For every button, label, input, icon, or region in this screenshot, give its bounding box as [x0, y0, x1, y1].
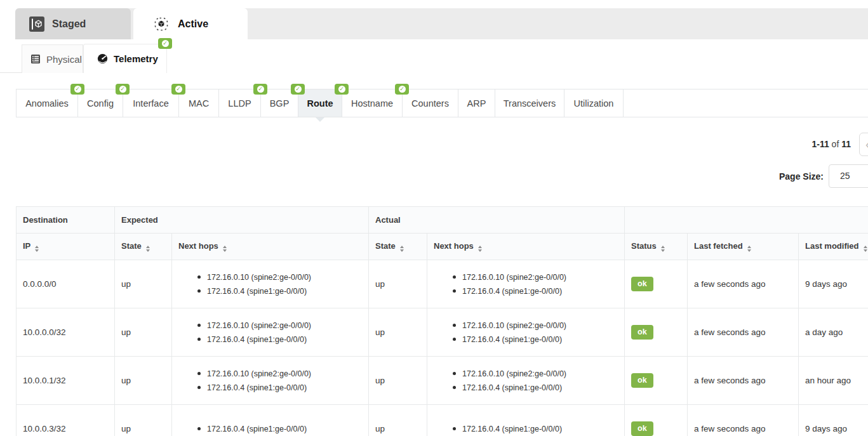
next-hop-list: 172.16.0.10 (spine2:ge-0/0/0) 172.16.0.4…	[434, 319, 624, 347]
cell-actual-next-hops: 172.16.0.4 (spine1:ge-0/0/0)	[427, 405, 625, 436]
column-header-row: IP State Next hops State Next hops Statu…	[17, 234, 868, 260]
sort-icon[interactable]	[864, 246, 867, 252]
sort-icon[interactable]	[661, 246, 665, 252]
tab-telemetry-label: Telemetry	[114, 53, 158, 64]
cell-actual-next-hops: 172.16.0.10 (spine2:ge-0/0/0) 172.16.0.4…	[427, 260, 625, 308]
pagination-range: 1-11 of 11	[698, 139, 851, 149]
next-hop-item: 172.16.0.10 (spine2:ge-0/0/0)	[197, 367, 368, 381]
subtab-label: Utilization	[574, 98, 614, 109]
next-hop-list: 172.16.0.10 (spine2:ge-0/0/0) 172.16.0.4…	[178, 270, 368, 298]
subtab-interface[interactable]: Interface ✓	[123, 89, 179, 117]
next-hop-item: 172.16.0.4 (spine1:ge-0/0/0)	[197, 284, 368, 298]
cell-status: ok	[625, 308, 688, 357]
group-empty	[625, 207, 868, 234]
col-status[interactable]: Status	[625, 234, 688, 260]
tab-physical-label: Physical	[46, 54, 82, 65]
subtab-lldp[interactable]: LLDP ✓	[219, 89, 261, 117]
list-icon	[30, 54, 41, 64]
next-hop-list: 172.16.0.10 (spine2:ge-0/0/0) 172.16.0.4…	[178, 367, 368, 395]
subtab-hostname[interactable]: Hostname ✓	[342, 89, 403, 117]
subtab-counters[interactable]: Counters	[403, 89, 458, 117]
selected-subtab-notch	[316, 117, 324, 122]
cell-status: ok	[625, 357, 688, 405]
sort-icon[interactable]	[35, 246, 39, 252]
check-icon: ✓	[395, 84, 409, 95]
subtab-utilization[interactable]: Utilization	[564, 89, 624, 117]
check-icon: ✓	[253, 84, 267, 95]
tab-active[interactable]: Active	[133, 8, 248, 39]
group-expected: Expected	[115, 207, 369, 234]
sort-icon[interactable]	[400, 246, 404, 252]
cell-last-modified: an hour ago	[799, 357, 868, 405]
subtab-anomalies[interactable]: Anomalies ✓	[17, 89, 78, 117]
page-size-select[interactable]: 25	[829, 164, 868, 188]
cell-expected-state: up	[115, 260, 172, 308]
next-hop-item: 172.16.0.4 (spine1:ge-0/0/0)	[453, 381, 624, 395]
sort-icon[interactable]	[146, 246, 150, 252]
col-expected-state[interactable]: State	[115, 234, 172, 260]
cell-last-fetched: a few seconds ago	[688, 308, 799, 357]
range-total: 11	[841, 139, 851, 149]
subtab-transceivers[interactable]: Transceivers	[495, 89, 564, 117]
cell-last-modified: 9 days ago	[799, 260, 868, 308]
sort-icon[interactable]	[223, 246, 227, 252]
next-hop-item: 172.16.0.4 (spine1:ge-0/0/0)	[197, 333, 368, 347]
status-badge: ok	[631, 373, 653, 388]
next-hop-item: 172.16.0.10 (spine2:ge-0/0/0)	[453, 270, 624, 284]
subtab-label: Interface	[133, 98, 168, 109]
col-expected-next-hops[interactable]: Next hops	[172, 234, 369, 260]
next-hop-item: 172.16.0.4 (spine1:ge-0/0/0)	[197, 381, 368, 395]
col-actual-next-hops[interactable]: Next hops	[427, 234, 625, 260]
cell-actual-state: up	[369, 308, 427, 357]
sort-icon[interactable]	[747, 246, 751, 252]
subtab-config[interactable]: Config ✓	[78, 89, 123, 117]
next-hop-item: 172.16.0.4 (spine1:ge-0/0/0)	[453, 284, 624, 298]
cell-actual-next-hops: 172.16.0.10 (spine2:ge-0/0/0) 172.16.0.4…	[427, 308, 625, 357]
check-icon: ✓	[171, 84, 185, 95]
cell-expected-state: up	[115, 405, 172, 436]
check-icon: ✓	[291, 84, 305, 95]
tab-active-label: Active	[178, 18, 208, 30]
cell-last-modified: a day ago	[799, 308, 868, 357]
group-actual: Actual	[369, 207, 625, 234]
next-hop-list: 172.16.0.4 (spine1:ge-0/0/0)	[434, 422, 624, 436]
status-badge: ok	[631, 421, 653, 436]
next-hop-list: 172.16.0.10 (spine2:ge-0/0/0) 172.16.0.4…	[434, 367, 624, 395]
subtab-label: ARP	[467, 98, 486, 109]
cell-expected-next-hops: 172.16.0.10 (spine2:ge-0/0/0) 172.16.0.4…	[172, 308, 369, 357]
tab-physical[interactable]: Physical	[22, 44, 83, 73]
table-row: 0.0.0.0/0 up 172.16.0.10 (spine2:ge-0/0/…	[17, 260, 868, 308]
cell-last-fetched: a few seconds ago	[688, 260, 799, 308]
staged-cube-icon	[29, 17, 44, 32]
subtab-label: Config	[87, 98, 114, 109]
subtab-label: BGP	[270, 98, 290, 109]
subtab-route[interactable]: Route ✓	[298, 89, 342, 117]
subtab-arp[interactable]: ARP	[458, 89, 495, 117]
check-icon: ✓	[116, 84, 130, 95]
cell-ip: 10.0.0.3/32	[17, 405, 115, 436]
cell-actual-state: up	[369, 405, 427, 436]
subtab-mac[interactable]: MAC	[179, 89, 219, 117]
col-last-modified[interactable]: Last modified	[799, 234, 868, 260]
cell-last-fetched: a few seconds ago	[688, 357, 799, 405]
next-hop-item: 172.16.0.10 (spine2:ge-0/0/0)	[197, 270, 368, 284]
col-ip[interactable]: IP	[17, 234, 115, 260]
status-badge: ok	[631, 277, 653, 291]
chevron-left-icon: ‹	[865, 137, 868, 151]
cell-status: ok	[625, 405, 688, 436]
col-actual-state[interactable]: State	[369, 234, 427, 260]
cell-last-modified: 9 days ago	[799, 405, 868, 436]
col-last-fetched[interactable]: Last fetched	[688, 234, 799, 260]
next-hop-item: 172.16.0.10 (spine2:ge-0/0/0)	[453, 367, 624, 381]
check-icon: ✓	[335, 84, 349, 95]
prev-page-button[interactable]: ‹	[859, 133, 868, 156]
tab-telemetry[interactable]: Telemetry	[83, 44, 167, 73]
cell-expected-state: up	[115, 357, 172, 405]
active-cube-icon	[154, 17, 169, 32]
sort-icon[interactable]	[478, 246, 482, 252]
cell-expected-next-hops: 172.16.0.10 (spine2:ge-0/0/0) 172.16.0.4…	[172, 260, 369, 308]
next-hop-list: 172.16.0.10 (spine2:ge-0/0/0) 172.16.0.4…	[178, 319, 368, 347]
tab-staged[interactable]: Staged	[15, 8, 131, 39]
cell-expected-next-hops: 172.16.0.4 (spine1:ge-0/0/0)	[172, 405, 369, 436]
cell-last-fetched: a few seconds ago	[688, 405, 799, 436]
